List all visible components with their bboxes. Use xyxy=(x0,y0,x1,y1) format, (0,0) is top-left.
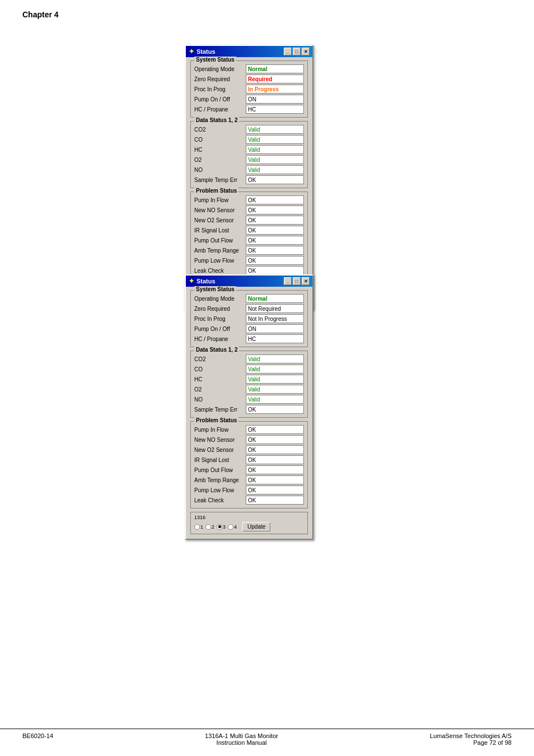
footer-right-line2: Page 72 of 98 xyxy=(430,739,512,746)
dialog2-title-left: ✦ Status xyxy=(189,277,216,285)
dialog1-system-status-content: Operating Mode Normal Zero Required Requ… xyxy=(194,64,304,114)
dialog1-pump-in-flow-row: Pump In Flow OK xyxy=(194,195,304,204)
dialog2-group-label: 1316 xyxy=(194,515,304,520)
dialog2-hc-value: Valid xyxy=(246,375,304,384)
dialog1-no-value: Valid xyxy=(246,165,304,174)
dialog1-proc-in-prog-label: Proc In Prog xyxy=(194,86,246,92)
dialog2-ir-signal-lost-value: OK xyxy=(246,455,304,464)
dialog1-hc-propane-label: HC / Propane xyxy=(194,106,246,113)
dialog1-o2-label: O2 xyxy=(194,157,246,163)
dialog2-pump-out-flow-label: Pump Out Flow xyxy=(194,467,246,473)
dialog2-system-status-label: System Status xyxy=(194,286,236,292)
dialog1-data-status-label: Data Status 1, 2 xyxy=(194,117,239,123)
dialog2-leak-check-label: Leak Check xyxy=(194,497,246,503)
dialog1-pump-low-flow-label: Pump Low Flow xyxy=(194,258,246,264)
dialog2-hc-label: HC xyxy=(194,376,246,382)
dialog2-pump-out-flow-row: Pump Out Flow OK xyxy=(194,465,304,474)
dialog1-title-left: ✦ Status xyxy=(189,48,216,55)
dialog1-co-label: CO xyxy=(194,137,246,143)
dialog2-system-status-content: Operating Mode Normal Zero Required Not … xyxy=(194,294,304,343)
dialog2-o2-row: O2 Valid xyxy=(194,385,304,394)
dialog2-radio3[interactable]: 3 xyxy=(217,524,226,530)
dialog2-co-value: Valid xyxy=(246,365,304,374)
dialog2-sample-temp-row: Sample Temp Err OK xyxy=(194,405,304,414)
footer-center-line1: 1316A-1 Multi Gas Monitor xyxy=(205,732,278,739)
dialog2-ir-signal-lost-label: IR Signal Lost xyxy=(194,457,246,463)
dialog2-hc-propane-label: HC / Propane xyxy=(194,336,246,342)
dialog1-zero-required-label: Zero Required xyxy=(194,76,246,82)
dialog2-pump-on-off-label: Pump On / Off xyxy=(194,326,246,332)
dialog2-pump-in-flow-value: OK xyxy=(246,425,304,434)
dialog2-pump-in-flow-row: Pump In Flow OK xyxy=(194,425,304,434)
dialog1-pump-on-off-value: ON xyxy=(246,95,304,104)
dialog2-amb-temp-range-value: OK xyxy=(246,475,304,484)
dialog2-hc-row: HC Valid xyxy=(194,375,304,384)
dialog2-footer-bar: 1316 1 2 3 4 Update xyxy=(190,512,308,534)
chapter-header: Chapter 4 xyxy=(0,0,534,19)
dialog2-title-text: Status xyxy=(196,278,216,284)
dialog1-minimize-btn[interactable]: _ xyxy=(284,48,292,55)
dialog1-new-o2-sensor-value: OK xyxy=(246,216,304,225)
dialog2-minimize-btn[interactable]: _ xyxy=(284,277,292,285)
footer-right: LumaSense Technologies A/S Page 72 of 98 xyxy=(430,732,512,746)
footer-right-line1: LumaSense Technologies A/S xyxy=(430,732,512,739)
dialog2-no-label: NO xyxy=(194,396,246,403)
dialog1-amb-temp-range-label: Amb Temp Range xyxy=(194,248,246,254)
footer-center-line2: Instruction Manual xyxy=(205,739,278,746)
dialog1-data-status-content: CO2 Valid CO Valid HC Valid xyxy=(194,125,304,184)
dialog1-win-buttons: _ □ ✕ xyxy=(284,48,310,55)
dialog2-pump-in-flow-label: Pump In Flow xyxy=(194,427,246,433)
dialog2-radio2-circle[interactable] xyxy=(205,524,211,530)
dialog1-close-btn[interactable]: ✕ xyxy=(302,48,310,55)
dialog2-co-label: CO xyxy=(194,366,246,372)
dialog2-no-value: Valid xyxy=(246,395,304,404)
dialog1-pump-on-off-row: Pump On / Off ON xyxy=(194,95,304,104)
dialog1-problem-status-label: Problem Status xyxy=(194,188,238,194)
dialog1-pump-low-flow-value: OK xyxy=(246,256,304,265)
dialog2-sample-temp-value: OK xyxy=(246,405,304,414)
dialog1-maximize-btn[interactable]: □ xyxy=(293,48,301,55)
dialog2-pump-out-flow-value: OK xyxy=(246,465,304,474)
dialog2-radio4-label: 4 xyxy=(234,524,237,530)
dialog2-amb-temp-range-label: Amb Temp Range xyxy=(194,477,246,483)
dialog2-data-status-content: CO2 Valid CO Valid HC Valid xyxy=(194,354,304,414)
dialog1-operating-mode-label: Operating Mode xyxy=(194,66,246,72)
dialog1-leak-check-label: Leak Check xyxy=(194,268,246,274)
dialog2-update-button[interactable]: Update xyxy=(242,522,270,531)
dialog1-co-row: CO Valid xyxy=(194,135,304,144)
dialog2-radio4[interactable]: 4 xyxy=(228,524,237,530)
dialog2-close-btn[interactable]: ✕ xyxy=(302,277,310,285)
dialog1-zero-required-row: Zero Required Required xyxy=(194,74,304,83)
dialog2-co-row: CO Valid xyxy=(194,365,304,374)
dialog1-pump-in-flow-value: OK xyxy=(246,195,304,204)
dialog2-zero-required-label: Zero Required xyxy=(194,306,246,312)
dialog1-pump-in-flow-label: Pump In Flow xyxy=(194,197,246,203)
dialog1-new-o2-sensor-row: New O2 Sensor OK xyxy=(194,216,304,225)
dialog1-leak-check-row: Leak Check OK xyxy=(194,266,304,275)
dialog2-hc-propane-value: HC xyxy=(246,334,304,343)
dialog2-radio1[interactable]: 1 xyxy=(194,524,203,530)
status-dialog-1: ✦ Status _ □ ✕ System Status Operating M… xyxy=(185,45,313,310)
dialog2-leak-check-row: Leak Check OK xyxy=(194,496,304,505)
dialog1-sample-temp-row: Sample Temp Err OK xyxy=(194,175,304,184)
dialog2-radio1-circle[interactable] xyxy=(194,524,200,530)
footer-left: BE6020-14 xyxy=(22,732,53,746)
dialog2-problem-status-content: Pump In Flow OK New NO Sensor OK New O2 … xyxy=(194,425,304,505)
dialog2-operating-mode-row: Operating Mode Normal xyxy=(194,294,304,303)
dialog2-content: System Status Operating Mode Normal Zero… xyxy=(186,287,312,539)
dialog2-pump-low-flow-row: Pump Low Flow OK xyxy=(194,486,304,494)
dialog1-pump-low-flow-row: Pump Low Flow OK xyxy=(194,256,304,265)
dialog2-maximize-btn[interactable]: □ xyxy=(293,277,301,285)
dialog2-radio2-label: 2 xyxy=(212,524,214,530)
dialog1-ir-signal-lost-row: IR Signal Lost OK xyxy=(194,226,304,235)
dialog1-zero-required-value: Required xyxy=(246,74,304,83)
dialog1-problem-status-content: Pump In Flow OK New NO Sensor OK New O2 … xyxy=(194,195,304,275)
dialog2-radio3-circle[interactable] xyxy=(217,524,222,530)
dialog2-radio2[interactable]: 2 xyxy=(205,524,214,530)
dialog2-radio4-circle[interactable] xyxy=(228,524,233,530)
dialog1-proc-in-prog-row: Proc In Prog In Progress xyxy=(194,85,304,94)
dialog1-new-no-sensor-value: OK xyxy=(246,206,304,214)
dialog2-data-status-section: Data Status 1, 2 CO2 Valid CO Valid HC xyxy=(190,351,308,418)
dialog2-pump-on-off-row: Pump On / Off ON xyxy=(194,324,304,333)
dialog2-proc-in-prog-value: Not In Progress xyxy=(246,314,304,323)
